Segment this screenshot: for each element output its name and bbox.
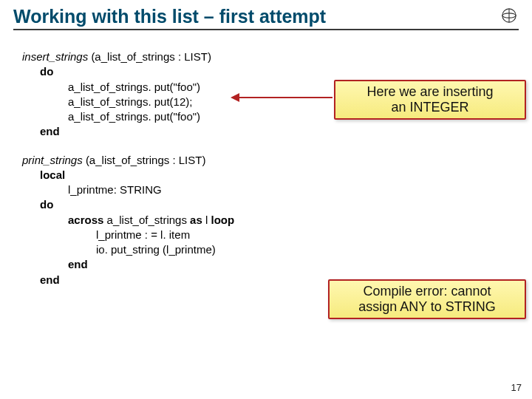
fn-params: (a_list_of_strings : LIST) [86,154,206,166]
keyword-loop: loop [211,214,234,226]
callout-text: Here we are inserting [343,84,517,100]
keyword-local: local [40,168,65,181]
code-line: insert_strings (a_list_of_strings : LIST… [22,50,519,64]
code-text: l [202,214,211,226]
institution-logo-icon [501,7,517,24]
callout-insert-integer: Here we are inserting an INTEGER [334,80,526,120]
callout-text: an INTEGER [343,100,517,115]
code-line: l_printme: STRING [68,183,519,197]
fn-params: (a_list_of_strings : LIST) [91,50,211,63]
code-line: l_printme : = l. item [96,228,519,242]
page-number: 17 [511,382,522,393]
arrow-icon [229,86,340,108]
code-line: local [40,168,519,183]
code-line: across a_list_of_strings as l loop [68,213,519,228]
keyword-end: end [40,125,60,137]
callout-text: assign ANY to STRING [337,299,517,315]
slide-content: insert_strings (a_list_of_strings : LIST… [0,33,532,287]
code-line: end [40,124,519,139]
callout-text: Compile error: cannot [337,284,517,299]
fn-name: print_strings [22,154,86,166]
keyword-do: do [40,198,53,211]
code-line: do [40,197,519,212]
keyword-as: as [190,214,202,226]
callout-compile-error: Compile error: cannot assign ANY to STRI… [328,279,526,319]
code-block-print: print_strings (a_list_of_strings : LIST)… [22,153,519,287]
page-title: Working with this list – first attempt [13,6,519,30]
code-line: io. put_string (l_printme) [96,242,519,257]
keyword-end: end [40,273,60,286]
fn-name: insert_strings [22,50,91,63]
code-line: print_strings (a_list_of_strings : LIST) [22,153,519,168]
code-text: a_list_of_strings [103,214,190,226]
keyword-across: across [68,214,103,226]
keyword-do: do [40,65,53,78]
code-line: end [68,257,519,272]
keyword-end: end [68,258,88,270]
code-line: do [40,64,519,79]
